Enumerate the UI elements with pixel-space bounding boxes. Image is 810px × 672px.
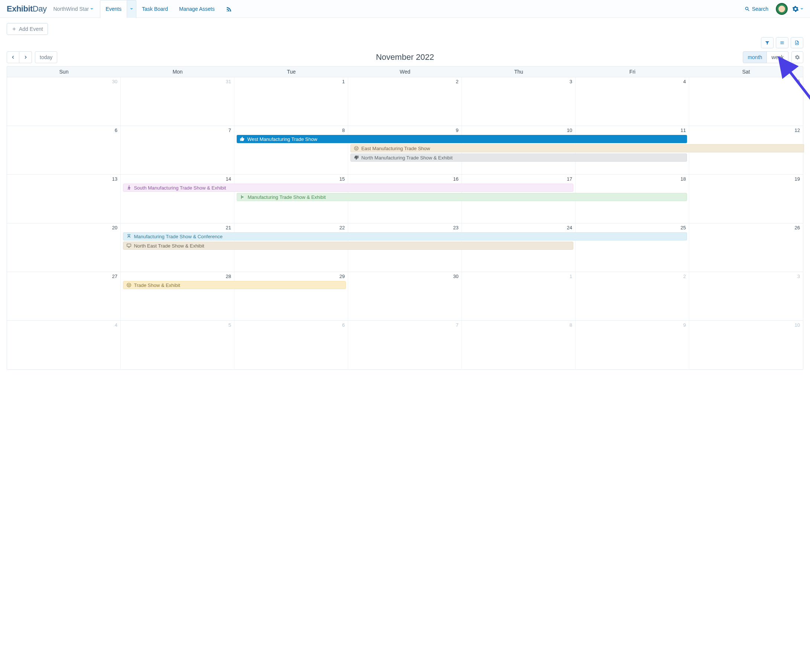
event-label: Trade Show & Exhibit (134, 282, 180, 288)
dow-header: Sun (7, 66, 121, 77)
day-cell[interactable]: 1 (462, 272, 575, 321)
day-cell[interactable]: 7 (121, 126, 235, 174)
day-cell[interactable]: 30 (348, 272, 462, 321)
gear-icon (795, 55, 800, 60)
day-cell[interactable]: 3 (462, 77, 575, 126)
hourglass-icon (127, 234, 132, 239)
day-cell[interactable]: 8 (235, 126, 348, 174)
search-link[interactable]: Search (744, 6, 768, 12)
day-cell[interactable]: 30 (7, 77, 121, 126)
day-cell[interactable]: 19 (689, 175, 803, 223)
brand-logo: ExhibitDay (7, 4, 46, 14)
toolbar (7, 37, 803, 48)
search-icon (744, 6, 750, 12)
day-cell[interactable]: 31 (121, 77, 235, 126)
caret-down-icon (90, 8, 93, 10)
filter-button[interactable] (761, 37, 774, 48)
rss-icon (226, 6, 231, 12)
day-cell[interactable]: 5 (121, 321, 235, 369)
settings-menu[interactable] (792, 5, 803, 12)
tab-events-label: Events (106, 6, 122, 12)
calendar-event[interactable]: Manufacturing Trade Show & Conference (123, 232, 687, 240)
brand-part1: Exhibit (7, 4, 33, 14)
dow-row: SunMonTueWedThuFriSat (7, 66, 803, 77)
calendar-event[interactable]: East Manufacturing Trade Show (350, 144, 804, 152)
file-icon (795, 40, 800, 46)
page-body: Add Event today November 2022 month week (0, 18, 810, 385)
day-cell[interactable]: 2 (348, 77, 462, 126)
day-cell[interactable]: 2 (575, 272, 689, 321)
day-cell[interactable]: 6 (7, 126, 121, 174)
svg-point-0 (745, 7, 748, 10)
chevron-right-icon (23, 55, 28, 60)
next-button[interactable] (19, 51, 32, 63)
day-cell[interactable]: 3 (689, 272, 803, 321)
day-cell[interactable]: 9 (575, 321, 689, 369)
week-row: 13141516171819South Manufacturing Trade … (7, 175, 803, 223)
add-event-button[interactable]: Add Event (7, 23, 48, 35)
day-cell[interactable]: 27 (7, 272, 121, 321)
day-cell[interactable]: 10 (689, 321, 803, 369)
today-button[interactable]: today (35, 51, 57, 63)
event-label: Manufacturing Trade Show & Conference (134, 234, 222, 239)
list-view-button[interactable] (776, 37, 788, 48)
calendar-event[interactable]: North East Trade Show & Exhibit (123, 241, 573, 250)
dow-header: Thu (462, 66, 575, 77)
tab-manage-assets-label: Manage Assets (179, 6, 215, 12)
calendar: SunMonTueWedThuFriSat 303112345678910111… (7, 66, 803, 370)
dow-header: Tue (235, 66, 348, 77)
view-month-button[interactable]: month (743, 51, 767, 63)
day-cell[interactable]: 1 (235, 77, 348, 126)
day-cell[interactable]: 4 (575, 77, 689, 126)
view-month-label: month (748, 54, 762, 60)
event-label: Manufacturing Trade Show & Exhibit (248, 194, 326, 200)
day-cell[interactable]: 13 (7, 175, 121, 223)
export-button[interactable] (791, 37, 803, 48)
thumbs-down-icon (354, 155, 359, 160)
today-label: today (40, 54, 52, 60)
smile-icon (354, 146, 359, 151)
dow-header: Fri (575, 66, 689, 77)
day-cell[interactable]: 28 (121, 272, 235, 321)
day-cell[interactable]: 29 (235, 272, 348, 321)
day-cell[interactable]: 26 (689, 223, 803, 272)
svg-point-15 (127, 283, 131, 287)
flag-icon (240, 194, 245, 199)
calendar-event[interactable]: North Manufacturing Trade Show & Exhibit (350, 154, 687, 162)
calendar-event[interactable]: South Manufacturing Trade Show & Exhibit (123, 184, 573, 192)
filter-icon (764, 40, 770, 46)
search-label: Search (752, 6, 768, 12)
tab-manage-assets[interactable]: Manage Assets (174, 0, 220, 18)
event-label: South Manufacturing Trade Show & Exhibit (134, 185, 226, 191)
workspace-selector[interactable]: NorthWind Star (53, 6, 93, 12)
day-cell[interactable]: 8 (462, 321, 575, 369)
dow-header: Mon (121, 66, 235, 77)
avatar[interactable] (776, 3, 788, 15)
calendar-event[interactable]: Trade Show & Exhibit (123, 281, 346, 289)
day-cell[interactable]: 4 (7, 321, 121, 369)
tab-rss[interactable] (220, 0, 237, 18)
calendar-event[interactable]: Manufacturing Trade Show & Exhibit (237, 193, 687, 201)
tab-events[interactable]: Events (100, 0, 127, 18)
plus-icon (12, 26, 17, 32)
chevron-left-icon (10, 55, 15, 60)
thumbs-up-icon (240, 137, 245, 142)
dow-header: Wed (348, 66, 462, 77)
tab-task-board[interactable]: Task Board (137, 0, 174, 18)
day-cell[interactable]: 14 (121, 175, 235, 223)
tab-events-caret[interactable] (127, 0, 137, 18)
svg-point-16 (128, 284, 128, 285)
gear-icon (792, 5, 799, 12)
prev-button[interactable] (7, 51, 19, 63)
calendar-header: today November 2022 month week (7, 51, 803, 63)
view-week-button[interactable]: week (767, 51, 788, 63)
calendar-settings-button[interactable] (791, 51, 803, 63)
tab-task-board-label: Task Board (142, 6, 168, 12)
day-cell[interactable]: 5 (689, 77, 803, 126)
day-cell[interactable]: 20 (7, 223, 121, 272)
day-cell[interactable]: 7 (348, 321, 462, 369)
calendar-event[interactable]: West Manufacturing Trade Show (237, 135, 687, 143)
day-cell[interactable]: 25 (575, 223, 689, 272)
day-cell[interactable]: 6 (235, 321, 348, 369)
svg-rect-12 (127, 244, 131, 247)
